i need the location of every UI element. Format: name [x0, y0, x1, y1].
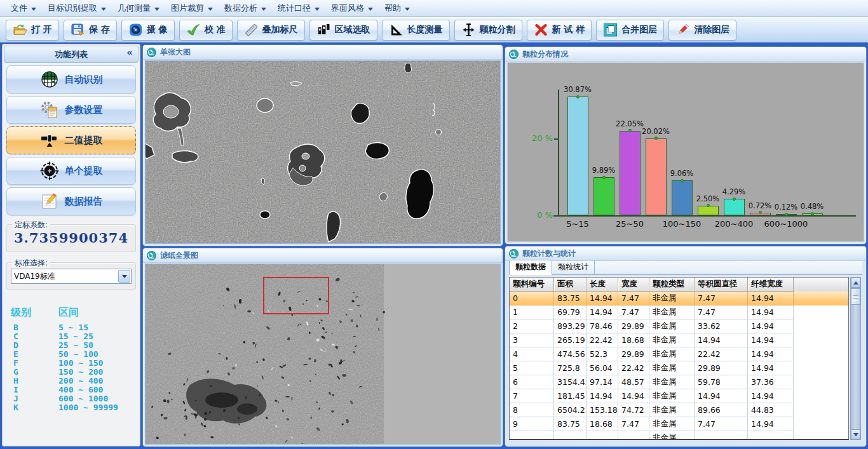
combo-dropdown-button[interactable] — [118, 270, 130, 283]
scroll-down-button[interactable] — [851, 429, 860, 439]
toolbar-button-8[interactable]: 颗粒分割 — [454, 20, 522, 41]
menu-item-label: 数据分析 — [224, 3, 257, 14]
table-cell: 非金属 — [649, 417, 695, 431]
column-header-6[interactable]: 等积圆直径 — [695, 278, 748, 292]
toolbar-button-6[interactable]: 区域选取 — [309, 20, 377, 41]
toolbar-button-7[interactable]: 长度测量 — [382, 20, 450, 41]
column-header-4[interactable]: 宽度 — [618, 278, 649, 292]
level-letter: D — [11, 341, 37, 350]
table-cell: 14.94 — [748, 319, 794, 333]
region-select-icon — [316, 23, 331, 37]
table-cell — [554, 431, 587, 440]
panel-title: 单张大图 — [160, 47, 191, 58]
x-tick-label: 25~50 — [604, 219, 655, 229]
table-row[interactable]: 169.7914.947.47非金属7.4714.94 — [510, 305, 848, 319]
column-header-1[interactable]: 颗料编号 — [510, 278, 554, 292]
table-cell: 3 — [510, 333, 554, 347]
table-cell: 14.94 — [748, 305, 794, 319]
table-row[interactable]: 63154.4297.1448.57非金属59.7837.36 — [510, 375, 848, 389]
table-cell: 5 — [510, 361, 554, 375]
single-image-panel-header: 单张大图 — [143, 45, 503, 60]
level-row: G150 ~ 200 — [11, 368, 140, 377]
level-range: 5 ~ 15 — [37, 323, 88, 332]
table-row[interactable]: 7181.4514.9414.94非金属14.9414.94 — [510, 389, 848, 403]
table-cell: 181.45 — [554, 389, 587, 403]
scroll-thumb[interactable] — [851, 288, 860, 305]
sidebar-button-4[interactable]: 单个提取 — [6, 157, 136, 185]
menu-item-3[interactable]: 几何测量 — [112, 1, 165, 16]
standard-select-value: VDA19标准 — [11, 271, 118, 282]
column-header-2[interactable]: 面积 — [554, 278, 587, 292]
table-cell: 18.68 — [587, 417, 618, 431]
table-row[interactable]: 5725.856.0422.42非金属29.8914.94 — [510, 361, 848, 375]
toolbar-button-1[interactable]: 打 开 — [6, 20, 59, 41]
table-cell — [695, 431, 748, 440]
table-row[interactable]: 083.7514.947.47非金属7.4714.94 — [510, 292, 848, 305]
toolbar-button-label: 摄 像 — [147, 24, 168, 36]
table-row[interactable]: 983.7518.687.47非金属7.4714.94 — [510, 417, 848, 431]
sidebar-button-1[interactable]: 自动识别 — [6, 65, 136, 93]
tab-1[interactable]: 颗粒数据 — [509, 260, 552, 275]
menu-item-8[interactable]: 帮助 — [379, 1, 416, 16]
toolbar-button-2[interactable]: 保 存 — [64, 20, 117, 41]
sidebar-button-label: 单个提取 — [65, 165, 103, 177]
table-row[interactable]: 2893.2978.4629.89非金属33.6214.94 — [510, 319, 848, 333]
table-cell: 14.94 — [695, 333, 748, 347]
menu-item-1[interactable]: 文件 — [5, 1, 42, 16]
toolbar-button-3[interactable]: 摄 像 — [121, 20, 175, 41]
sidebar-button-2[interactable]: 参数设置 — [6, 96, 136, 124]
distribution-bar-chart: 0 %20 %30.87%9.89%22.05%20.02%9.06%2.50%… — [507, 62, 864, 242]
level-range: 100 ~ 150 — [37, 359, 103, 368]
toolbar-button-label: 区域选取 — [335, 24, 370, 36]
column-header-3[interactable]: 长度 — [587, 278, 618, 292]
stats-panel: 颗粒计数与统计 颗粒数据颗粒统计 颗料编号面积长度宽度颗粒类型等积圆直径纤维宽度… — [505, 246, 867, 447]
chevron-down-icon — [315, 8, 320, 11]
sidebar-button-label: 二值提取 — [65, 135, 103, 147]
column-header-5[interactable]: 颗粒类型 — [649, 278, 695, 292]
panorama-canvas[interactable] — [145, 264, 501, 445]
level-row: H200 ~ 400 — [11, 377, 140, 385]
toolbar-button-11[interactable]: 清除图层 — [668, 20, 736, 41]
toolbar-button-4[interactable]: 校 准 — [179, 20, 233, 41]
toolbar-button-5[interactable]: 叠加标尺 — [237, 20, 305, 41]
table-row[interactable]: 非金属 — [510, 431, 848, 440]
level-letter: H — [11, 377, 37, 385]
menu-item-7[interactable]: 界面风格 — [325, 1, 379, 16]
toolbar: 打 开保 存摄 像校 准叠加标尺区域选取长度测量颗粒分割新 试 样合并图层清除图… — [0, 17, 868, 43]
table-cell: 83.75 — [554, 292, 587, 305]
table-cell: 非金属 — [649, 361, 695, 375]
auto-detect-icon — [40, 70, 59, 89]
menu-item-2[interactable]: 目标识别提取 — [42, 1, 112, 16]
single-image-canvas[interactable] — [145, 60, 501, 244]
menu-item-6[interactable]: 统计口径 — [272, 1, 325, 16]
scroll-up-button[interactable] — [851, 278, 860, 288]
collapse-chevron-icon[interactable]: « — [126, 47, 133, 58]
menu-item-4[interactable]: 图片裁剪 — [165, 1, 219, 16]
sidebar-button-3[interactable]: 二值提取 — [6, 126, 136, 154]
level-range: 150 ~ 200 — [37, 368, 103, 377]
table-cell: 7.47 — [695, 417, 748, 431]
grid-vertical-scrollbar[interactable] — [850, 277, 861, 440]
sidebar-button-5[interactable]: 数据报告 — [6, 187, 136, 215]
menu-item-label: 界面风格 — [331, 3, 364, 14]
microscope-badge-icon — [147, 48, 156, 57]
table-cell: 7 — [510, 389, 554, 403]
table-row[interactable]: 3265.1922.4218.68非金属14.9414.94 — [510, 333, 848, 347]
chevron-down-icon — [31, 8, 36, 11]
menu-item-5[interactable]: 数据分析 — [219, 1, 272, 16]
table-cell: 7.47 — [618, 305, 649, 319]
chevron-down-icon — [154, 8, 159, 11]
table-cell: 非金属 — [649, 333, 695, 347]
toolbar-button-label: 长度测量 — [407, 24, 443, 36]
tab-2[interactable]: 颗粒统计 — [552, 260, 595, 274]
single-extract-icon — [40, 161, 59, 180]
column-header-7[interactable]: 纤维宽度 — [748, 278, 794, 292]
table-row[interactable]: 86504.25153.1874.72非金属89.6644.83 — [510, 403, 848, 417]
menu-item-label: 几何测量 — [118, 3, 151, 14]
table-cell: 1 — [510, 305, 554, 319]
toolbar-button-10[interactable]: 合并图层 — [596, 20, 664, 41]
parameter-settings-icon — [40, 100, 59, 119]
toolbar-button-9[interactable]: 新 试 样 — [527, 20, 592, 41]
table-row[interactable]: 4474.5652.329.89非金属22.4214.94 — [510, 347, 848, 361]
standard-select[interactable]: VDA19标准 — [11, 269, 132, 284]
